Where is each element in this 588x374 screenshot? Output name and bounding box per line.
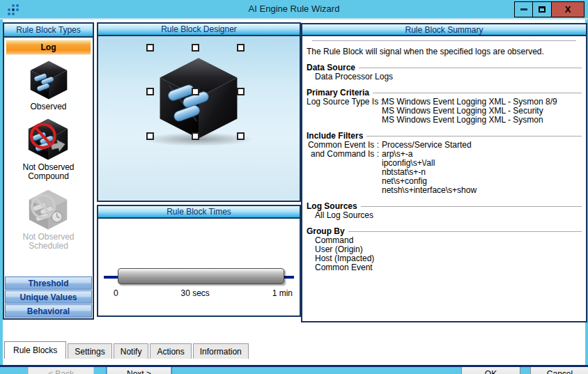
selection-handle[interactable] [192,44,199,52]
summary-value: Common Event [315,263,582,272]
tab-rule-blocks[interactable]: Rule Blocks [4,341,66,359]
summary-value: netsh\s+interface\s+show [382,186,582,195]
time-tick-label: 30 secs [180,288,209,298]
wizard-tab-bar: Rule BlocksSettingsNotifyActionsInformat… [4,341,250,359]
time-tick-label: 0 [114,288,118,298]
rule-block-type-list: Observed Not Observed Compound [4,56,93,276]
summary-value: All Log Sources [315,211,582,220]
time-slider-ticks: 030 secs1 min [98,288,300,298]
category-button-behavioral[interactable]: Behavioral [5,304,92,318]
minimize-icon [520,8,527,10]
category-button-threshold[interactable]: Threshold [5,276,92,290]
close-button[interactable]: X [552,1,585,17]
summary-row: CommandUser (Origin)Host (Impacted)Commo… [307,236,582,272]
times-body: 030 secs1 min [98,219,300,315]
designer-canvas[interactable] [98,36,300,201]
rule-block-designer-panel: Rule Block Designer [97,22,301,202]
rule-block-summary-panel: Rule Block Summary The Rule Block will s… [301,23,587,322]
selection-handle[interactable] [146,44,154,52]
tab-information[interactable]: Information [193,343,249,359]
rule-block-summary-header: Rule Block Summary [302,24,586,36]
time-slider-thumb[interactable] [118,268,284,284]
category-button-unique-values[interactable]: Unique Values [5,290,92,304]
not-observed-cube-icon [26,118,70,160]
summary-row: Log Source Type Is :MS Windows Event Log… [307,98,582,125]
tab-actions[interactable]: Actions [150,343,191,359]
rule-block-type-not-observed-scheduled[interactable]: Not Observed Scheduled [22,189,74,251]
maximize-icon [539,6,546,13]
selection-handle[interactable] [237,132,245,140]
ai-engine-rule-wizard-window: AI Engine Rule Wizard X Rule Block Types… [0,0,588,374]
rule-block-designer-header: Rule Block Designer [98,24,300,36]
summary-row: All Log Sources [307,211,582,220]
title-bar: AI Engine Rule Wizard X [0,0,588,20]
window-title: AI Engine Rule Wizard [0,3,588,14]
summary-row-label: Log Source Type Is : [307,98,379,125]
minimize-button[interactable] [514,1,533,17]
rule-block-type-label: Observed [30,102,66,111]
summary-value: MS Windows Event Logging XML - Sysmon [382,116,582,125]
selection-handle[interactable] [237,88,245,95]
tab-settings[interactable]: Settings [68,343,111,359]
observed-cube-icon [29,61,69,100]
rule-block-types-header: Rule Block Types [4,24,93,38]
summary-body: The Rule Block will signal when the spec… [302,36,586,321]
selection-handle[interactable] [192,132,199,140]
category-button-group: ThresholdUnique ValuesBehavioral [4,276,93,318]
summary-row-label: and Command Is : [307,150,379,195]
rule-block-times-header: Rule Block Times [98,206,300,219]
selected-rule-block-cube[interactable] [157,57,240,139]
rule-block-times-panel: Rule Block Times 030 secs1 min [97,205,301,317]
time-tick-label: 1 min [272,288,293,298]
rule-block-types-panel: Rule Block Types Log Observed [3,22,94,320]
selection-handle[interactable] [146,88,154,95]
rule-block-type-label: Not Observed Compound [22,163,74,181]
summary-row: Data Processor Logs [307,72,582,81]
dialog-body: Rule Block Types Log Observed [3,20,585,365]
selection-handle[interactable] [237,44,245,52]
summary-intro-text: The Rule Block will signal when the spec… [307,47,582,56]
tab-notify[interactable]: Notify [114,343,149,359]
rule-block-type-not-observed-compound[interactable]: Not Observed Compound [22,118,74,181]
rule-block-type-label: Not Observed Scheduled [22,233,74,251]
maximize-button[interactable] [533,1,552,17]
summary-row: and Command Is :arp\s+-aipconfig\s+\/all… [307,150,582,195]
bottom-frame-line [0,365,588,367]
summary-divider [312,40,576,42]
log-category-button[interactable]: Log [6,40,91,55]
rule-block-type-observed[interactable]: Observed [29,61,69,111]
summary-value: Data Processor Logs [315,72,582,81]
selection-handle[interactable] [192,88,199,95]
not-observed-scheduled-cube-icon [26,189,70,230]
selection-handle[interactable] [146,132,154,140]
summary-sections: Data SourceData Processor LogsPrimary Cr… [307,63,582,272]
